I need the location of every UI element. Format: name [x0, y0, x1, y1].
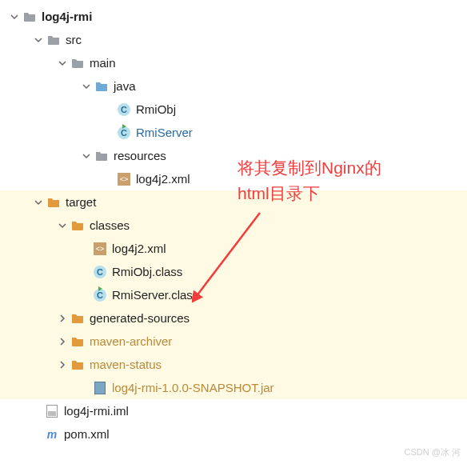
chevron-down-icon[interactable] — [80, 80, 93, 93]
tree-row-rmiserverclass[interactable]: C RmiServer.class — [0, 283, 467, 306]
tree-row-jar[interactable]: log4j-rmi-1.0.0-SNAPSHOT.jar — [0, 376, 467, 399]
tree-label: generated-sources — [90, 311, 190, 325]
maven-pom-icon: m — [45, 427, 59, 442]
tree-label: src — [66, 33, 82, 46]
watermark: CSDN @冰 河 — [405, 446, 461, 458]
chevron-down-icon[interactable] — [8, 10, 21, 23]
excluded-folder-icon — [70, 311, 85, 326]
tree-label: log4j2.xml — [136, 172, 190, 186]
xml-file-icon: <> — [117, 172, 131, 186]
tree-label: target — [66, 195, 96, 209]
tree-label: pom.xml — [64, 427, 110, 441]
tree-row-pom[interactable]: m pom.xml — [0, 422, 467, 446]
chevron-down-icon[interactable] — [32, 34, 45, 46]
xml-file-icon: <> — [93, 242, 107, 256]
tree-label: RmiServer — [136, 126, 193, 139]
tree-row-java[interactable]: java — [0, 74, 467, 98]
folder-icon — [22, 10, 37, 24]
resources-folder-icon — [94, 149, 109, 163]
excluded-folder-icon — [46, 195, 61, 210]
chevron-down-icon[interactable] — [56, 57, 69, 70]
tree-label: java — [114, 79, 136, 93]
chevron-down-icon[interactable] — [32, 196, 45, 209]
tree-label: log4j-rmi-1.0.0-SNAPSHOT.jar — [112, 381, 274, 394]
tree-label: RmiServer.class — [112, 288, 198, 302]
annotation-text: 将其复制到Nginx的 html目录下 — [237, 155, 381, 206]
tree-row-generated-sources[interactable]: generated-sources — [0, 306, 467, 330]
tree-row-log4j2xml2[interactable]: <> log4j2.xml — [0, 237, 467, 260]
tree-row-rmiobjclass[interactable]: C RmiObj.class — [0, 260, 467, 283]
chevron-right-icon[interactable] — [56, 312, 69, 325]
tree-label: classes — [90, 218, 130, 232]
java-class-runnable-icon: C — [117, 126, 131, 140]
tree-row-maven-status[interactable]: maven-status — [0, 353, 467, 376]
tree-row-iml[interactable]: log4j-rmi.iml — [0, 399, 467, 422]
tree-row-rmiserver[interactable]: C RmiServer — [0, 121, 467, 144]
excluded-folder-icon — [70, 218, 85, 233]
tree-label: maven-archiver — [90, 334, 172, 348]
tree-label: resources — [114, 149, 166, 162]
tree-label: RmiObj.class — [112, 265, 182, 278]
tree-row-main[interactable]: main — [0, 51, 467, 74]
excluded-folder-icon — [70, 334, 85, 349]
tree-row-src[interactable]: src — [0, 28, 467, 51]
tree-label: RmiObj — [136, 102, 176, 116]
tree-label: main — [90, 56, 116, 70]
annotation-line1: 将其复制到Nginx的 — [237, 155, 381, 181]
tree-row-root[interactable]: log4j-rmi — [0, 5, 467, 28]
folder-icon — [70, 56, 85, 70]
excluded-folder-icon — [70, 358, 85, 372]
tree-row-target[interactable]: target — [0, 190, 467, 214]
chevron-down-icon[interactable] — [56, 219, 69, 232]
tree-row-resources[interactable]: resources — [0, 144, 467, 167]
tree-row-rmiobj[interactable]: C RmiObj — [0, 98, 467, 121]
chevron-right-icon[interactable] — [56, 335, 69, 348]
chevron-right-icon[interactable] — [56, 358, 69, 371]
java-class-icon: C — [117, 102, 131, 117]
tree-label: log4j2.xml — [112, 242, 166, 255]
folder-icon — [46, 33, 61, 47]
tree-row-maven-archiver[interactable]: maven-archiver — [0, 330, 467, 353]
annotation-line2: html目录下 — [237, 181, 381, 206]
tree-label: log4j-rmi — [42, 10, 92, 23]
tree-label: maven-status — [90, 358, 162, 371]
iml-file-icon — [45, 404, 59, 418]
project-tree: log4j-rmi src main java C RmiObj C RmiSe… — [0, 0, 467, 450]
java-class-icon: C — [93, 265, 107, 279]
tree-row-classes[interactable]: classes — [0, 214, 467, 237]
tree-label: log4j-rmi.iml — [64, 404, 129, 418]
jar-file-icon — [93, 381, 107, 395]
source-folder-icon — [94, 79, 109, 94]
chevron-down-icon[interactable] — [80, 150, 93, 162]
java-class-runnable-icon: C — [93, 288, 107, 302]
tree-row-log4j2xml[interactable]: <> log4j2.xml — [0, 167, 467, 190]
